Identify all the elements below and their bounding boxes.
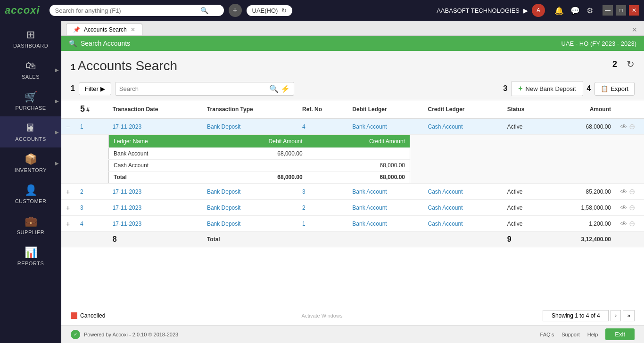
sub-ledger-2: Cash Account [109,160,209,172]
row2-id[interactable]: 2 [75,184,108,200]
tab-close-icon[interactable]: ✕ [131,26,135,33]
footer-left: ✓ Powered by Accoxi - 2.0.10 © 2018-2023 [71,330,178,339]
row2-type: Bank Deposit [202,184,297,200]
row3-action-icon[interactable]: ⊖ [629,203,635,212]
row4-id[interactable]: 4 [75,216,108,232]
row4-status: Active [503,216,548,232]
th-num: 5 # [75,100,108,118]
cancelled-label: Cancelled [80,312,105,319]
page-refresh-icon[interactable]: ↻ [627,58,635,70]
row2-actions: 👁 ⊖ [620,187,639,196]
th-actions [616,100,644,118]
sidebar-item-customer[interactable]: 👤 CUSTOMER [0,179,61,210]
sub-ledger-1: Bank Account [109,148,209,160]
reports-icon: 📊 [25,246,37,259]
expand-row-2-button[interactable]: + [66,188,70,196]
export-button[interactable]: 📋 Export [594,82,635,96]
sub-total-label: Total [109,172,209,183]
expand-row-4-button[interactable]: + [66,220,70,228]
th-credit-ledger: Credit Ledger [423,100,503,118]
new-bank-deposit-button[interactable]: + New Bank Deposit [511,81,583,96]
sidebar-label-purchase: PURCHASE [15,105,46,111]
inventory-icon: 📦 [25,153,37,165]
row4-view-icon[interactable]: 👁 [620,220,627,228]
green-header-right: UAE - HO (FY 2023 - 2023) [561,40,636,47]
pagination-info: Showing 1 to 4 of 4 [543,310,609,321]
tab-pin-icon: 📌 [73,26,80,33]
company-refresh-icon[interactable]: ↻ [281,7,287,14]
app-logo: accoxi [5,4,40,16]
sidebar-item-sales[interactable]: 🛍 SALES ▶ [0,54,61,85]
tab-bar-close-icon[interactable]: ✕ [630,24,639,35]
new-bank-label: New Bank Deposit [526,85,576,92]
global-search-bar[interactable]: 🔍 [50,5,224,16]
row1-view-icon[interactable]: 👁 [620,123,627,131]
toolbar-filter-icon[interactable]: ⚡ [281,84,290,93]
toolbar-search-icon[interactable]: 🔍 [269,84,279,93]
sidebar-item-inventory[interactable]: 📦 INVENTORY ▶ [0,147,61,179]
row1-credit: Cash Account [423,118,503,135]
new-bank-plus-icon: + [518,84,522,93]
sidebar-item-dashboard[interactable]: ⊞ DASHBOARD [0,23,61,54]
sidebar-item-supplier[interactable]: 💼 SUPPLIER [0,210,61,241]
row2-amount: 85,200.00 [548,184,616,200]
maximize-button[interactable]: □ [616,5,626,16]
sales-icon: 🛍 [25,60,36,72]
support-link[interactable]: Support [561,332,580,337]
row1-id[interactable]: 1 [75,118,108,135]
close-button[interactable]: ✕ [629,5,639,16]
expand-row-3-button[interactable]: + [66,204,70,212]
accounts-icon: 🖩 [25,122,36,134]
row2-view-icon[interactable]: 👁 [620,188,627,196]
row1-action-icon[interactable]: ⊖ [629,122,635,131]
row1-actions: 👁 ⊖ [620,122,639,131]
bell-icon[interactable]: 🔔 [554,6,564,15]
window-controls: — □ ✕ [603,5,639,16]
faq-link[interactable]: FAQ's [540,332,554,337]
sidebar-label-inventory: INVENTORY [15,167,47,173]
row3-amount: 1,58,000.00 [548,200,616,216]
table-row: + 4 17-11-2023 Bank Deposit 1 Bank Accou… [61,216,644,232]
th-transaction-type: Transaction Type [202,100,297,118]
sub-debit-2 [209,160,307,172]
number-label-1b: 1 [71,84,75,93]
company-selector[interactable]: UAE(HO) ↻ [247,5,293,16]
sub-debit-1: 68,000.00 [209,148,307,160]
row2-status: Active [503,184,548,200]
footer: ✓ Powered by Accoxi - 2.0.10 © 2018-2023… [61,325,644,343]
row3-status: Active [503,200,548,216]
sub-th-debit: Debit Amount [209,135,307,148]
collapse-row-1-button[interactable]: − [66,123,70,131]
row3-id[interactable]: 3 [75,200,108,216]
minimize-button[interactable]: — [603,5,613,16]
help-link[interactable]: Help [587,332,598,337]
row4-action-icon[interactable]: ⊖ [629,219,635,228]
sidebar-item-purchase[interactable]: 🛒 PURCHASE ▶ [0,85,61,116]
add-button[interactable]: + [229,4,242,17]
export-icon: 📋 [601,85,608,92]
dashboard-icon: ⊞ [26,29,35,41]
pagination-next-button[interactable]: › [611,310,621,321]
tab-label: Accounts Search [84,26,127,33]
search-input-bar[interactable]: 🔍 ⚡ [115,82,294,96]
tab-accounts-search[interactable]: 📌 Accounts Search ✕ [66,24,142,35]
gear-icon[interactable]: ⚙ [586,6,593,15]
message-icon[interactable]: 💬 [570,6,580,15]
search-input[interactable] [119,85,269,92]
sub-table-row: Ledger Name Debit Amount Credit Amount B… [61,135,644,184]
pagination-last-button[interactable]: » [623,310,635,321]
filter-button[interactable]: Filter ▶ [79,82,111,95]
exit-button[interactable]: Exit [605,328,635,340]
sidebar-item-accounts[interactable]: 🖩 ACCOUNTS ▶ [0,116,61,147]
table-row: + 2 17-11-2023 Bank Deposit 3 Bank Accou… [61,184,644,200]
sales-arrow-icon: ▶ [55,67,59,73]
sidebar-item-reports[interactable]: 📊 REPORTS [0,241,61,272]
green-header-left: 🔍 Search Accounts [69,40,130,47]
row1-ref: 4 [297,118,347,135]
global-search-input[interactable] [55,7,197,14]
page-title: Accounts Search [77,58,177,73]
row2-action-icon[interactable]: ⊖ [629,187,635,196]
th-debit-ledger: Debit Ledger [347,100,423,118]
row3-view-icon[interactable]: 👁 [620,204,627,212]
th-amount: Amount [548,100,616,118]
